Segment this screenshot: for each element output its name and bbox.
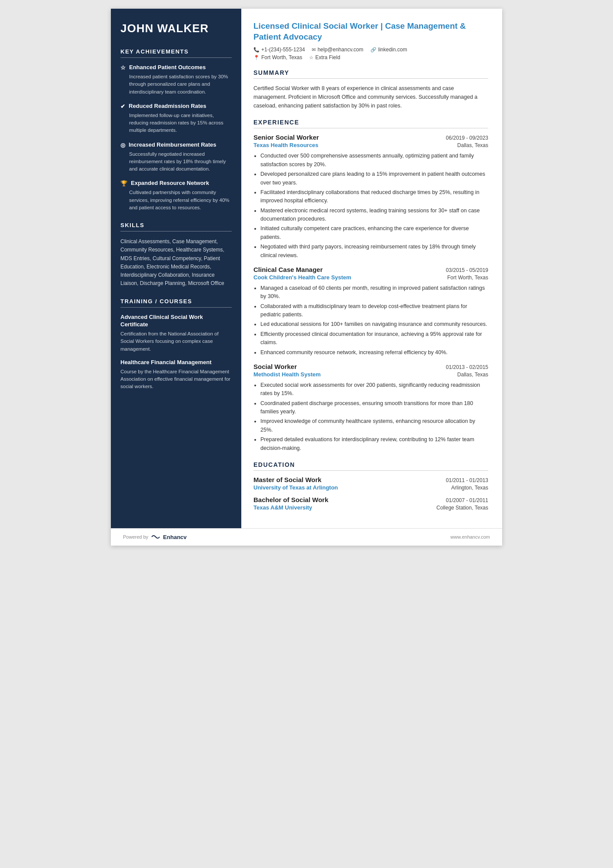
employer-location: Fort Worth, Texas xyxy=(447,275,488,281)
edu-degree: Bachelor of Social Work xyxy=(253,496,328,503)
footer: Powered by Enhancv www.enhancv.com xyxy=(111,528,502,546)
bullet-item: Initiated culturally competent care prac… xyxy=(260,225,488,241)
phone-text: +1-(234)-555-1234 xyxy=(261,47,305,53)
achievement-header: ✔ Reduced Readmission Rates xyxy=(120,103,232,110)
edu-header: Bachelor of Social Work 01/2007 - 01/201… xyxy=(253,496,488,503)
experience-item: Senior Social Worker 06/2019 - 09/2023 T… xyxy=(253,134,488,260)
edu-school: University of Texas at Arlington xyxy=(253,484,338,491)
training-title: Advanced Clinical Social Work Certificat… xyxy=(120,314,232,328)
job-bullets: Executed social work assessments for ove… xyxy=(253,381,488,452)
achievements-section-title: KEY ACHIEVEMENTS xyxy=(120,48,232,58)
footer-left: Powered by Enhancv xyxy=(123,534,187,540)
employer-name: Texas Health Resources xyxy=(253,142,318,148)
edu-location: Arlington, Texas xyxy=(451,485,488,491)
resume-body: JOHN WALKER KEY ACHIEVEMENTS ☆ Enhanced … xyxy=(111,9,502,528)
location-text: Fort Worth, Texas xyxy=(261,54,302,60)
bullet-item: Coordinated patient discharge processes,… xyxy=(260,399,488,416)
bullet-item: Led educational sessions for 100+ famili… xyxy=(260,320,488,328)
footer-website: www.enhancv.com xyxy=(450,534,490,540)
linkedin-text: linkedin.com xyxy=(378,47,407,53)
job-title: Senior Social Worker xyxy=(253,134,319,141)
exp-header: Senior Social Worker 06/2019 - 09/2023 xyxy=(253,134,488,141)
achievement-title: Increased Reimbursement Rates xyxy=(129,141,217,148)
employer-name: Methodist Health System xyxy=(253,371,321,378)
circle-icon: ◎ xyxy=(120,142,125,148)
contact-linkedin: 🔗 linkedin.com xyxy=(370,47,407,53)
extra-text: Extra Field xyxy=(315,54,340,60)
employer-name: Cook Children's Health Care System xyxy=(253,274,351,281)
employer-row: Texas Health Resources Dallas, Texas xyxy=(253,142,488,148)
achievement-desc: Implemented follow-up care initiatives, … xyxy=(120,112,232,134)
checkmark-icon: ✔ xyxy=(120,103,125,110)
star-icon: ☆ xyxy=(120,64,126,71)
training-item: Advanced Clinical Social Work Certificat… xyxy=(120,314,232,353)
achievement-header: ◎ Increased Reimbursement Rates xyxy=(120,141,232,148)
achievement-header: 🏆 Expanded Resource Network xyxy=(120,180,232,187)
achievements-list: ☆ Enhanced Patient Outcomes Increased pa… xyxy=(120,64,232,211)
employer-location: Dallas, Texas xyxy=(457,142,488,148)
bullet-item: Conducted over 500 comprehensive assessm… xyxy=(260,152,488,169)
achievement-title: Expanded Resource Network xyxy=(131,180,209,186)
exp-header: Social Worker 01/2013 - 02/2015 xyxy=(253,363,488,370)
phone-icon: 📞 xyxy=(253,47,260,53)
edu-header: Master of Social Work 01/2011 - 01/2013 xyxy=(253,476,488,483)
employer-location: Dallas, Texas xyxy=(457,372,488,378)
bullet-item: Improved knowledge of community healthca… xyxy=(260,417,488,434)
candidate-name: JOHN WALKER xyxy=(120,22,232,35)
powered-by-label: Powered by xyxy=(123,534,148,540)
achievement-title: Enhanced Patient Outcomes xyxy=(129,64,206,70)
employer-row: Cook Children's Health Care System Fort … xyxy=(253,274,488,281)
training-title: Healthcare Financial Management xyxy=(120,359,232,366)
experience-item: Clinical Case Manager 03/2015 - 05/2019 … xyxy=(253,266,488,357)
bullet-item: Developed personalized care plans leadin… xyxy=(260,170,488,187)
star-outline-icon: ☆ xyxy=(309,55,313,60)
job-title: Clinical Case Manager xyxy=(253,266,323,273)
achievement-desc: Increased patient satisfaction scores by… xyxy=(120,73,232,96)
bullet-item: Mastered electronic medical record syste… xyxy=(260,207,488,224)
edu-school-row: University of Texas at Arlington Arlingt… xyxy=(253,484,488,491)
education-title: EDUCATION xyxy=(253,461,488,471)
bullet-item: Facilitated interdisciplinary collaborat… xyxy=(260,188,488,205)
main-content: Licensed Clinical Social Worker | Case M… xyxy=(241,9,502,528)
bullet-item: Prepared detailed evaluations for interd… xyxy=(260,436,488,452)
contact-location: 📍 Fort Worth, Texas xyxy=(253,54,302,60)
bullet-item: Negotiated with third party payors, incr… xyxy=(260,243,488,260)
trophy-icon: 🏆 xyxy=(120,180,127,187)
edu-dates: 01/2007 - 01/2011 xyxy=(446,497,488,503)
achievement-item: ✔ Reduced Readmission Rates Implemented … xyxy=(120,103,232,134)
location-icon: 📍 xyxy=(253,55,260,60)
bullet-item: Collaborated with a multidisciplinary te… xyxy=(260,302,488,319)
brand-name: Enhancv xyxy=(163,534,187,540)
achievement-item: ☆ Enhanced Patient Outcomes Increased pa… xyxy=(120,64,232,96)
achievement-desc: Cultivated partnerships with community s… xyxy=(120,189,232,211)
linkedin-icon: 🔗 xyxy=(370,47,376,53)
education-item: Master of Social Work 01/2011 - 01/2013 … xyxy=(253,476,488,491)
achievement-item: ◎ Increased Reimbursement Rates Successf… xyxy=(120,141,232,173)
bullet-item: Efficiently processed clinical documenta… xyxy=(260,330,488,347)
resume-wrapper: JOHN WALKER KEY ACHIEVEMENTS ☆ Enhanced … xyxy=(111,9,502,546)
bullet-item: Managed a caseload of 60 clients per mon… xyxy=(260,284,488,301)
email-text: help@enhancv.com xyxy=(317,47,363,53)
training-desc: Certification from the National Associat… xyxy=(120,330,232,353)
email-icon: ✉ xyxy=(312,47,316,53)
training-item: Healthcare Financial Management Course b… xyxy=(120,359,232,391)
enhancv-logo-icon xyxy=(151,534,160,540)
bullet-item: Enhanced community resource network, inc… xyxy=(260,349,488,357)
education-item: Bachelor of Social Work 01/2007 - 01/201… xyxy=(253,496,488,511)
job-dates: 06/2019 - 09/2023 xyxy=(446,135,488,141)
contact-email: ✉ help@enhancv.com xyxy=(312,47,363,53)
contact-row2: 📍 Fort Worth, Texas ☆ Extra Field xyxy=(253,54,488,60)
contact-extra: ☆ Extra Field xyxy=(309,54,340,60)
exp-header: Clinical Case Manager 03/2015 - 05/2019 xyxy=(253,266,488,273)
skills-section-title: SKILLS xyxy=(120,222,232,231)
summary-text: Certified Social Worker with 8 years of … xyxy=(253,84,488,110)
achievement-item: 🏆 Expanded Resource Network Cultivated p… xyxy=(120,180,232,211)
summary-title: SUMMARY xyxy=(253,69,488,79)
bullet-item: Executed social work assessments for ove… xyxy=(260,381,488,398)
edu-school-row: Texas A&M University College Station, Te… xyxy=(253,504,488,511)
edu-school: Texas A&M University xyxy=(253,504,312,511)
contact-phone: 📞 +1-(234)-555-1234 xyxy=(253,47,305,53)
edu-dates: 01/2011 - 01/2013 xyxy=(446,477,488,483)
main-job-title: Licensed Clinical Social Worker | Case M… xyxy=(253,21,488,42)
employer-row: Methodist Health System Dallas, Texas xyxy=(253,371,488,378)
